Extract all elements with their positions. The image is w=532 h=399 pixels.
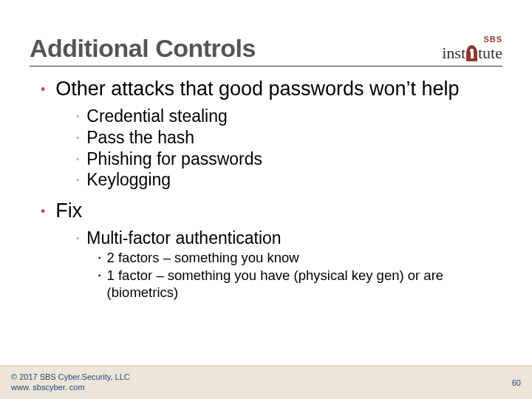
list-item: ◦Credential stealing <box>76 106 502 127</box>
list-item: • Other attacks that good passwords won’… <box>41 78 502 101</box>
bullet-dot-icon: • <box>41 78 45 101</box>
copyright-text: © 2017 SBS Cyber.Security, LLC <box>11 372 130 383</box>
bullet-text: 1 factor – something you have (physical … <box>107 267 502 301</box>
list-item: ◦Keylogging <box>76 169 502 191</box>
bullet-square-icon: ▪ <box>98 267 101 284</box>
slide: Additional Controls SBS inst tute • Othe… <box>0 0 532 399</box>
bullet-text: Pass the hash <box>86 127 194 149</box>
list-item: ▪ 1 factor – something you have (physica… <box>98 267 502 301</box>
list-item: ◦Pass the hash <box>76 127 502 149</box>
bullet-ring-icon: ◦ <box>76 228 79 248</box>
bullet-text: Keylogging <box>86 169 171 191</box>
list-item: ▪ 2 factors – something you know <box>98 249 502 267</box>
bullet-dot-icon: • <box>41 200 45 223</box>
page-title: Additional Controls <box>30 34 256 63</box>
logo-sbs-text: SBS <box>483 35 502 44</box>
content: • Other attacks that good passwords won’… <box>41 78 502 302</box>
keyhole-icon <box>466 45 477 61</box>
bullet-text: Multi-factor authentication <box>86 228 281 249</box>
logo: SBS inst tute <box>442 35 502 63</box>
bullet-ring-icon: ◦ <box>76 106 79 126</box>
bullet-ring-icon: ◦ <box>76 149 79 169</box>
bullet-text: 2 factors – something you know <box>107 249 299 266</box>
list-item: ◦Multi-factor authentication <box>76 228 502 249</box>
logo-prefix: inst <box>442 44 466 63</box>
bullet-ring-icon: ◦ <box>76 127 79 148</box>
bullet-text: Fix <box>55 200 82 222</box>
logo-institute: inst tute <box>442 44 502 63</box>
bullet-text: Phishing for passwords <box>86 149 262 170</box>
list-item: ◦Phishing for passwords <box>76 149 502 170</box>
footer-url: www. sbscyber. com <box>11 383 130 393</box>
bullet-text: Credential stealing <box>86 106 228 127</box>
bullet-square-icon: ▪ <box>98 249 101 267</box>
header: Additional Controls SBS inst tute <box>30 22 502 66</box>
footer: © 2017 SBS Cyber.Security, LLC www. sbsc… <box>0 365 532 399</box>
footer-text: © 2017 SBS Cyber.Security, LLC www. sbsc… <box>11 372 130 393</box>
logo-suffix: tute <box>478 44 502 63</box>
page-number: 60 <box>512 378 521 387</box>
list-item: • Fix <box>41 200 502 223</box>
bullet-text: Other attacks that good passwords won’t … <box>55 78 459 100</box>
bullet-ring-icon: ◦ <box>76 169 79 190</box>
